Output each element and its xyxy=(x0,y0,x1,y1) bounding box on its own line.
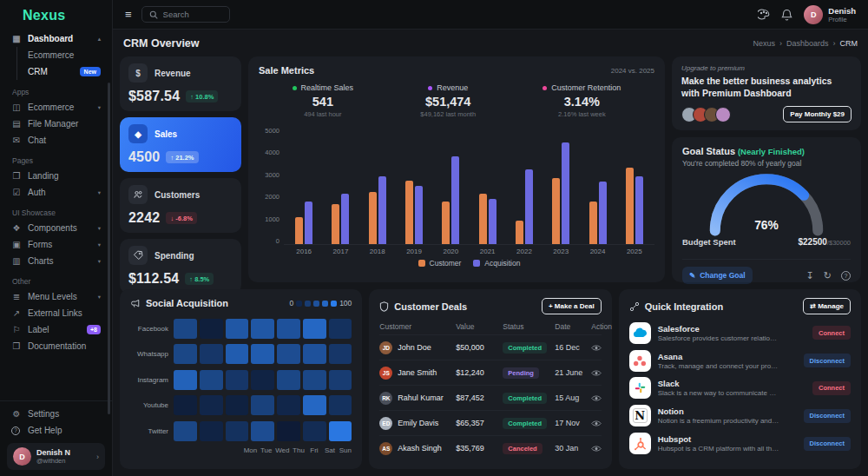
sidebar-item-landing[interactable]: ❐Landing xyxy=(7,168,105,184)
table-row: EDEmily Davis$65,357Completed17 Nov xyxy=(379,410,601,435)
goal-subtitle: You're completed 80% of yearly goal xyxy=(682,159,851,168)
heatmap-cell-youtube-wed xyxy=(226,395,249,415)
heatmap-legend: 0 100 xyxy=(289,299,352,307)
date-cell: 21 June xyxy=(555,368,591,377)
chart-bar-2018-customer xyxy=(369,192,377,244)
legend-label: Customer xyxy=(430,259,462,268)
charts-icon: ▥ xyxy=(11,256,22,266)
x-tick: 2018 xyxy=(370,248,385,255)
integration-description: Notion is a freemium productivity and no… xyxy=(658,417,779,425)
search-input[interactable] xyxy=(141,6,230,23)
sidebar-item-components[interactable]: ❖Components▾ xyxy=(7,220,105,236)
integration-name: Asana xyxy=(658,352,779,361)
topbar-user-menu[interactable]: D Denish Profile xyxy=(804,5,856,24)
stat-delta: ↑ 8.5% xyxy=(185,273,214,285)
legend-swatch xyxy=(296,301,302,307)
sidebar-section-title: Apps xyxy=(12,88,100,96)
make-a-deal-button[interactable]: + Make a Deal xyxy=(542,298,602,314)
sidebar-item-chat[interactable]: ✉Chat xyxy=(7,132,105,149)
sidebar-item-dashboard[interactable]: ▦Dashboard▴ xyxy=(7,30,105,47)
customer-cell: JSJane Smith xyxy=(379,367,456,380)
download-icon[interactable]: ↧ xyxy=(806,270,814,281)
value-cell: $50,000 xyxy=(456,343,503,352)
sale-metrics-card: Sale Metrics 2024 vs. 2025 Realtime Sale… xyxy=(248,56,665,282)
customer-cell: RKRahul Kumar xyxy=(379,392,456,405)
sidebar-item-documentation[interactable]: ❒Documentation xyxy=(7,338,105,354)
sidebar: Nexus ▦Dashboard▴EcommerceCRMNewApps◫Eco… xyxy=(0,0,113,476)
avatar xyxy=(715,107,731,122)
shield-icon xyxy=(379,301,389,312)
stat-card-sales[interactable]: ◈Sales4500↑ 21.2% xyxy=(120,117,241,172)
notifications-bell-icon[interactable] xyxy=(781,9,792,21)
bar-group-2020 xyxy=(442,156,459,244)
heatmap-row-label: Whatsapp xyxy=(130,350,168,358)
sidebar-footer: ⚙Settings?Get Help D Denish N @withden › xyxy=(0,400,112,476)
column-header: Action xyxy=(591,322,612,331)
stat-card-revenue[interactable]: $Revenue$587.54↑ 10.8% xyxy=(120,56,241,111)
table-row: RKRahul Kumar$87,452Completed15 Aug xyxy=(379,385,601,410)
stat-value: 4500 xyxy=(128,149,160,165)
sidebar-item-ecommerce[interactable]: ◫Ecommerce▾ xyxy=(7,99,105,116)
sidebar-item-ecommerce[interactable]: Ecommerce xyxy=(16,47,105,63)
column-header: Date xyxy=(555,322,591,331)
sidebar-item-charts[interactable]: ▥Charts▾ xyxy=(7,253,105,269)
sidebar-item-menu-levels[interactable]: ≣Menu Levels▾ xyxy=(7,288,105,305)
sidebar-scrollbar[interactable] xyxy=(108,83,110,414)
y-axis-labels: 500040003000200010000 xyxy=(259,127,279,245)
sidebar-item-crm[interactable]: CRMNew xyxy=(16,63,105,80)
help-icon[interactable]: ? xyxy=(841,271,851,281)
sidebar-item-auth[interactable]: ☑Auth▾ xyxy=(7,184,105,201)
chart-plot-area xyxy=(284,127,654,245)
view-deal-eye-icon[interactable] xyxy=(591,445,602,453)
sidebar-item-get-help[interactable]: ?Get Help xyxy=(7,422,105,439)
stat-card-customers[interactable]: Customers2242↓ -6.8% xyxy=(120,178,241,233)
chart-legend: CustomerAcquisition xyxy=(284,259,654,268)
sidebar-item-label: Label xyxy=(28,325,49,334)
sidebar-item-label: Chat xyxy=(28,136,46,145)
sale-metrics-title: Sale Metrics xyxy=(259,65,314,76)
disconnect-button[interactable]: Disconnect xyxy=(804,437,851,451)
label-icon: ⚐ xyxy=(11,325,22,334)
connect-button[interactable]: Connect xyxy=(812,326,851,340)
connect-button[interactable]: Connect xyxy=(812,381,851,395)
breadcrumb-item[interactable]: Dashboards xyxy=(786,39,829,48)
sidebar-item-label: Components xyxy=(28,223,77,233)
theme-palette-icon[interactable] xyxy=(758,9,770,20)
day-label: Sat xyxy=(323,446,336,454)
pay-monthly-button[interactable]: Pay Monthly $29 xyxy=(783,106,852,122)
table-row: JSJane Smith$12,240Pending21 June xyxy=(379,360,601,385)
refresh-icon[interactable]: ↻ xyxy=(824,270,832,281)
sidebar-nav: ▦Dashboard▴EcommerceCRMNewApps◫Ecommerce… xyxy=(0,30,112,400)
view-deal-eye-icon[interactable] xyxy=(591,344,602,352)
change-goal-button[interactable]: ✎Change Goal xyxy=(682,267,753,284)
sidebar-item-external-links[interactable]: ↗External Links xyxy=(7,305,105,321)
menu-toggle-icon[interactable]: ≡ xyxy=(125,8,132,21)
view-deal-eye-icon[interactable] xyxy=(591,394,602,402)
view-deal-eye-icon[interactable] xyxy=(591,420,602,427)
stat-card-spending[interactable]: Spending$112.54↑ 8.5% xyxy=(120,239,241,294)
sidebar-profile[interactable]: D Denish N @withden › xyxy=(7,443,105,470)
search-field[interactable] xyxy=(163,10,219,19)
premium-title: Make the better business analytics with … xyxy=(681,75,852,99)
disconnect-button[interactable]: Disconnect xyxy=(804,409,851,423)
chart-bar-2021-acquisition xyxy=(489,199,496,244)
heatmap-cell-whatsapp-mon xyxy=(174,344,197,364)
heatmap-cell-facebook-tue xyxy=(200,319,223,339)
manage-button[interactable]: ⇄ Manage xyxy=(803,298,851,314)
sidebar-item-file-manager[interactable]: ▤File Manager xyxy=(7,116,105,132)
sidebar-item-label[interactable]: ⚐Label+8 xyxy=(7,321,105,338)
heatmap-day-labels: MonTueWedThuFriSatSun xyxy=(130,446,352,454)
slack-logo xyxy=(629,377,651,399)
bar-group-2017 xyxy=(332,194,349,244)
sidebar-item-label: Forms xyxy=(28,240,52,249)
premium-eyebrow: Upgrade to premium xyxy=(681,64,852,72)
sidebar-item-label: Ecommerce xyxy=(28,102,74,112)
y-tick: 2000 xyxy=(259,193,279,201)
sidebar-item-settings[interactable]: ⚙Settings xyxy=(7,406,105,422)
disconnect-button[interactable]: Disconnect xyxy=(804,354,851,367)
view-deal-eye-icon[interactable] xyxy=(591,369,602,377)
sidebar-item-forms[interactable]: ▣Forms▾ xyxy=(7,236,105,253)
kpi-realtime-sales: Realtime Sales541494 last hour xyxy=(293,83,354,118)
breadcrumb-item[interactable]: Nexus xyxy=(753,39,775,48)
customer-name: Rahul Kumar xyxy=(398,393,444,402)
